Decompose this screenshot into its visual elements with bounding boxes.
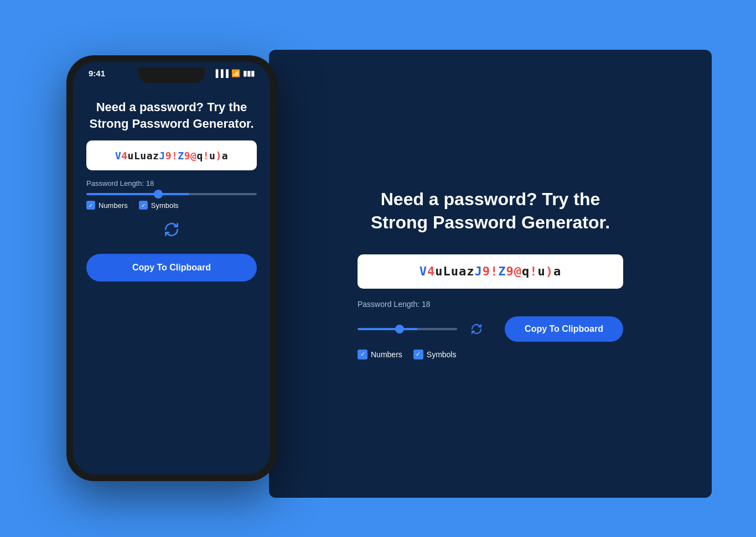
- phone-checkboxes: ✓ Numbers ✓ Symbols: [86, 201, 257, 210]
- phone-heading: Need a password? Try the Strong Password…: [86, 99, 257, 132]
- desktop-refresh-button[interactable]: [468, 321, 485, 337]
- phone-refresh-button[interactable]: [86, 221, 257, 238]
- phone-wrapper: 9:41 ▐▐▐ 📶 ▮▮▮ Need a password? Try the …: [66, 55, 277, 481]
- desktop-numbers-checkbox[interactable]: ✓: [358, 350, 367, 359]
- phone-password-display: V4uLuazJ9!Z9@q!u)a: [86, 140, 257, 170]
- phone-controls: Password Length: 18 ✓ Numbers ✓ Symbols: [86, 179, 257, 210]
- desktop-password-text: V4uLuazJ9!Z9@q!u)a: [420, 264, 562, 278]
- phone-numbers-label: Numbers: [99, 201, 128, 210]
- phone-copy-button[interactable]: Copy To Clipboard: [86, 254, 257, 281]
- desktop-checkboxes: [358, 321, 485, 337]
- phone-notch: [138, 67, 205, 83]
- desktop-controls-row: Copy To Clipboard: [358, 316, 623, 342]
- status-time: 9:41: [89, 69, 105, 78]
- phone-screen: 9:41 ▐▐▐ 📶 ▮▮▮ Need a password? Try the …: [73, 62, 270, 475]
- phone-numbers-checkbox[interactable]: ✓: [86, 201, 95, 210]
- desktop-length-slider[interactable]: [358, 328, 457, 330]
- desktop-controls: Password Length: 18 Copy To Clipboard ✓ …: [358, 300, 623, 359]
- phone-body: 9:41 ▐▐▐ 📶 ▮▮▮ Need a password? Try the …: [66, 55, 277, 481]
- desktop-checkbox-row: ✓ Numbers ✓ Symbols: [358, 350, 623, 359]
- desktop-copy-button[interactable]: Copy To Clipboard: [505, 316, 623, 342]
- desktop-numbers-label: Numbers: [371, 350, 402, 359]
- wifi-icon: 📶: [231, 69, 240, 77]
- desktop-panel: Need a password? Try the Strong Password…: [269, 50, 712, 498]
- desktop-numbers-checkbox-label[interactable]: ✓ Numbers: [358, 350, 402, 359]
- battery-icon: ▮▮▮: [243, 69, 255, 77]
- phone-symbols-checkbox[interactable]: ✓: [139, 201, 148, 210]
- signal-icon: ▐▐▐: [213, 69, 229, 77]
- desktop-password-display: V4uLuazJ9!Z9@q!u)a: [358, 254, 623, 289]
- desktop-heading: Need a password? Try the Strong Password…: [352, 188, 629, 234]
- phone-password-text: V4uLuazJ9!Z9@q!u)a: [115, 150, 228, 161]
- status-icons: ▐▐▐ 📶 ▮▮▮: [213, 69, 255, 77]
- desktop-symbols-checkbox-label[interactable]: ✓ Symbols: [413, 350, 457, 359]
- phone-length-slider[interactable]: [86, 193, 257, 195]
- phone-symbols-label: Symbols: [151, 201, 179, 210]
- phone-numbers-checkbox-label[interactable]: ✓ Numbers: [86, 201, 128, 210]
- phone-symbols-checkbox-label[interactable]: ✓ Symbols: [139, 201, 179, 210]
- phone-content: Need a password? Try the Strong Password…: [73, 82, 270, 475]
- desktop-symbols-checkbox[interactable]: ✓: [413, 350, 423, 359]
- desktop-length-row: Password Length: 18: [358, 300, 623, 309]
- desktop-length-label: Password Length: 18: [358, 300, 431, 309]
- phone-length-label: Password Length: 18: [86, 179, 257, 187]
- desktop-symbols-label: Symbols: [427, 350, 457, 359]
